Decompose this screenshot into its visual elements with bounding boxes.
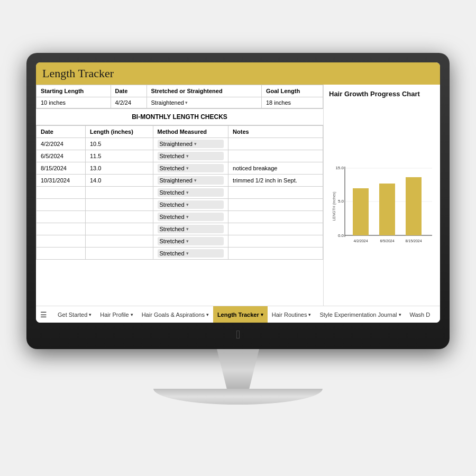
nav-item-3[interactable]: Length Tracker▾	[213, 306, 268, 323]
col-date: Date	[111, 85, 147, 97]
svg-text:5.0: 5.0	[338, 199, 344, 204]
row-length	[85, 199, 153, 211]
app-title: Length Tracker	[42, 67, 114, 80]
left-panel: Starting Length Date Stretched or Straig…	[36, 85, 324, 306]
starting-method-value[interactable]: Straightened ▾	[147, 97, 261, 108]
svg-text:4/2/2024: 4/2/2024	[353, 239, 368, 243]
row-length	[85, 248, 153, 260]
table-row: 4/2/202410.5Straightened▾	[36, 138, 323, 150]
nav-label: Hair Goals & Aspirations	[142, 312, 205, 318]
nav-label: Length Tracker	[217, 312, 259, 318]
table-row: 10/31/202414.0Straightened▾trimmed 1/2 i…	[36, 175, 323, 187]
bimonthly-section-header: BI-MONTHLY LENGTH CHECKS	[36, 108, 323, 125]
col-starting-length: Starting Length	[36, 85, 111, 97]
row-length	[85, 211, 153, 223]
bm-col-method: Method Measured	[153, 126, 228, 138]
nav-arrow-icon: ▾	[261, 312, 263, 317]
row-date	[36, 248, 86, 260]
apple-logo-icon: 	[236, 328, 240, 342]
row-notes	[228, 211, 323, 223]
nav-item-2[interactable]: Hair Goals & Aspirations▾	[138, 306, 213, 323]
svg-text:6/5/2024: 6/5/2024	[380, 239, 394, 243]
row-date: 8/15/2024	[36, 162, 86, 175]
row-method[interactable]: Stretched▾	[153, 235, 228, 248]
row-date: 6/5/2024	[36, 150, 86, 162]
row-date: 10/31/2024	[36, 175, 86, 187]
col-goal: Goal Length	[261, 85, 323, 97]
row-date	[36, 187, 86, 199]
nav-arrow-icon: ▾	[131, 312, 133, 317]
screen-bezel: Length Tracker Starting Length Date	[36, 62, 440, 323]
hamburger-icon[interactable]: ☰	[40, 310, 47, 319]
nav-arrow-icon: ▾	[89, 312, 91, 317]
nav-item-5[interactable]: Style Experimentation Journal▾	[315, 306, 405, 323]
row-notes	[228, 235, 323, 248]
svg-rect-11	[406, 177, 422, 235]
stand-base	[153, 389, 323, 405]
table-row: 6/5/202411.5Stretched▾	[36, 150, 323, 162]
row-method-arrow: ▾	[194, 141, 197, 147]
right-panel: Hair Growth Progress Chart LENGTH (inche…	[324, 85, 440, 306]
header-bar: Length Tracker	[36, 62, 440, 85]
row-method[interactable]: Stretched▾	[153, 199, 228, 211]
nav-item-0[interactable]: Get Started▾	[53, 306, 96, 323]
row-method[interactable]: Stretched▾	[153, 187, 228, 199]
row-notes: noticed breakage	[228, 162, 323, 175]
nav-label: Get Started	[58, 312, 87, 318]
svg-rect-10	[379, 184, 395, 235]
row-method-arrow: ▾	[186, 214, 189, 219]
row-notes: trimmed 1/2 inch in Sept.	[228, 175, 323, 187]
svg-text:0.0: 0.0	[338, 233, 344, 238]
table-row: Stretched▾	[36, 235, 323, 248]
row-date	[36, 199, 86, 211]
row-method[interactable]: Stretched▾	[153, 211, 228, 223]
starting-length-value: 10 inches	[36, 97, 111, 108]
nav-arrow-icon: ▾	[206, 312, 209, 317]
bm-col-length: Length (inches)	[85, 126, 153, 138]
row-notes	[228, 248, 323, 260]
nav-label: Style Experimentation Journal	[319, 312, 397, 318]
row-method-arrow: ▾	[186, 190, 189, 195]
row-notes	[228, 138, 323, 150]
row-method[interactable]: Stretched▾	[153, 150, 228, 162]
row-method-arrow: ▾	[186, 251, 189, 256]
svg-rect-9	[353, 188, 369, 235]
nav-label: Hair Routines	[272, 312, 307, 318]
row-notes	[228, 187, 323, 199]
row-date: 4/2/2024	[36, 138, 86, 150]
row-method[interactable]: Straightened▾	[153, 175, 228, 187]
nav-item-4[interactable]: Hair Routines▾	[268, 306, 316, 323]
row-method-arrow: ▾	[186, 226, 189, 232]
nav-item-6[interactable]: Wash D	[406, 306, 435, 323]
nav-bar: ☰ Get Started▾Hair Profile▾Hair Goals & …	[36, 306, 440, 323]
chart-title: Hair Growth Progress Chart	[329, 90, 435, 98]
row-length: 14.0	[85, 175, 153, 187]
screen-content: Length Tracker Starting Length Date	[36, 62, 440, 323]
row-length	[85, 223, 153, 235]
row-date	[36, 235, 86, 248]
nav-item-1[interactable]: Hair Profile▾	[96, 306, 137, 323]
bm-col-notes: Notes	[228, 126, 323, 138]
row-method[interactable]: Stretched▾	[153, 223, 228, 235]
method-dropdown-arrow: ▾	[185, 100, 188, 105]
bm-col-date: Date	[36, 126, 86, 138]
row-method[interactable]: Straightened▾	[153, 138, 228, 150]
table-row: Stretched▾	[36, 211, 323, 223]
row-method-arrow: ▾	[186, 202, 189, 207]
row-method-arrow: ▾	[186, 153, 189, 159]
scene: Length Tracker Starting Length Date	[0, 0, 476, 476]
row-method-arrow: ▾	[186, 239, 189, 244]
row-method-arrow: ▾	[194, 178, 197, 183]
row-notes	[228, 199, 323, 211]
row-date	[36, 211, 86, 223]
bimonthly-table: Date Length (inches) Method Measured Not…	[36, 125, 323, 260]
row-method[interactable]: Stretched▾	[153, 162, 228, 175]
table-row: Stretched▾	[36, 199, 323, 211]
row-length	[85, 187, 153, 199]
row-notes	[228, 150, 323, 162]
nav-label: Hair Profile	[100, 312, 129, 318]
col-method: Stretched or Straightened	[147, 85, 261, 97]
row-method[interactable]: Stretched▾	[153, 248, 228, 260]
nav-arrow-icon: ▾	[399, 312, 401, 317]
table-row: Stretched▾	[36, 248, 323, 260]
